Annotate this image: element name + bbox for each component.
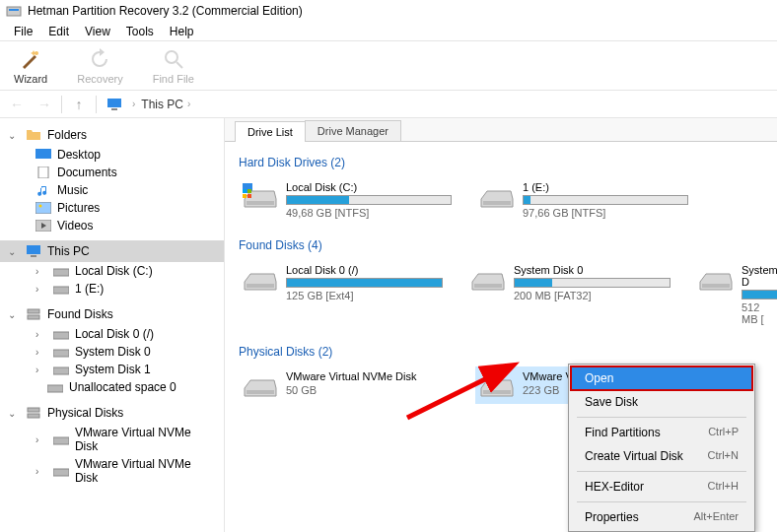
section-physical-disks: Physical Disks (2) — [239, 345, 763, 359]
nav-back-button[interactable]: ← — [6, 94, 28, 115]
nav-forward-button[interactable]: → — [34, 94, 55, 115]
svg-rect-33 — [483, 201, 511, 205]
context-menu-shortcut: Ctrl+H — [708, 480, 739, 494]
svg-rect-38 — [483, 390, 511, 394]
search-icon — [162, 47, 185, 71]
tree-item-physical-1[interactable]: ›VMware Virtual NVMe Disk — [28, 455, 224, 487]
drive-icon — [53, 283, 69, 295]
tree-item-documents[interactable]: Documents — [28, 164, 224, 181]
tree-physical-disks[interactable]: ⌄ Physical Disks — [0, 402, 224, 424]
tree-item-pictures[interactable]: Pictures — [28, 199, 224, 217]
context-menu-label: Properties — [585, 510, 639, 524]
tree-item-found-1[interactable]: ›System Disk 0 — [28, 343, 224, 361]
context-menu-item[interactable]: Open — [571, 366, 752, 390]
monitor-icon — [106, 97, 122, 112]
nav-bar: ← → ↑ › This PC › — [0, 91, 777, 118]
drive-card[interactable]: VMware Virtual NVMe Disk 50 GB — [239, 366, 456, 404]
context-menu-separator — [577, 417, 746, 418]
usage-bar — [286, 278, 443, 288]
sidebar: ⌄ Folders Desktop Documents Music Pictur… — [0, 118, 225, 532]
svg-rect-8 — [38, 166, 48, 178]
tree-item-local-disk-c[interactable]: ›Local Disk (C:) — [28, 262, 224, 280]
tree-item-desktop[interactable]: Desktop — [28, 146, 224, 164]
svg-rect-25 — [53, 469, 69, 476]
drive-icon — [53, 364, 69, 375]
tree-item-music[interactable]: Music — [28, 181, 224, 199]
svg-rect-28 — [247, 201, 274, 205]
tab-drive-list[interactable]: Drive List — [235, 121, 306, 142]
tree-item-physical-0[interactable]: ›VMware Virtual NVMe Disk — [28, 424, 224, 455]
document-icon — [35, 166, 51, 178]
tree-item-found-0[interactable]: ›Local Disk 0 (/) — [28, 325, 224, 343]
drive-subtitle: 200 MB [FAT32] — [514, 290, 671, 301]
tree-found-disks[interactable]: ⌄ Found Disks — [0, 303, 224, 325]
drive-list-view: Hard Disk Drives (2) Local Disk (C:) 49,… — [225, 142, 777, 532]
nav-up-button[interactable]: ↑ — [68, 94, 90, 115]
section-hard-disks: Hard Disk Drives (2) — [239, 156, 763, 169]
tree-item-found-2[interactable]: ›System Disk 1 — [28, 361, 224, 378]
svg-rect-34 — [247, 284, 274, 288]
context-menu-shortcut: Ctrl+P — [708, 426, 739, 439]
disk-icon — [470, 266, 506, 294]
svg-line-4 — [177, 62, 182, 68]
breadcrumb-chevron[interactable]: › — [132, 99, 135, 109]
tree-this-pc[interactable]: ⌄ This PC — [0, 240, 224, 262]
recovery-icon — [88, 47, 111, 71]
drive-card[interactable]: System D 512 MB [ — [694, 260, 763, 329]
drive-subtitle: 50 GB — [286, 384, 452, 396]
tab-strip: Drive List Drive Manager — [225, 118, 777, 142]
usage-bar — [742, 290, 777, 299]
menu-tools[interactable]: Tools — [118, 23, 162, 40]
tree-item-videos[interactable]: Videos — [28, 217, 224, 234]
context-menu-item[interactable]: PropertiesAlt+Enter — [571, 505, 752, 529]
drive-name: Local Disk (C:) — [286, 181, 452, 193]
disk-icon — [243, 266, 278, 294]
drive-stack-icon — [26, 306, 41, 322]
recovery-button: Recovery — [71, 45, 128, 87]
folder-icon — [26, 127, 41, 143]
wizard-button[interactable]: Wizard — [8, 45, 53, 87]
svg-rect-37 — [247, 390, 274, 394]
context-menu-item[interactable]: Save Disk — [571, 390, 752, 414]
svg-point-3 — [166, 51, 177, 63]
svg-rect-35 — [474, 284, 502, 288]
music-icon — [35, 184, 51, 196]
title-bar: Hetman Partition Recovery 3.2 (Commercia… — [0, 0, 777, 22]
tree-item-found-3[interactable]: Unallocated space 0 — [28, 378, 224, 396]
tab-drive-manager[interactable]: Drive Manager — [305, 120, 401, 141]
tree-item-drive-e[interactable]: ›1 (E:) — [28, 280, 224, 298]
breadcrumb: This PC › — [141, 98, 190, 111]
menu-help[interactable]: Help — [162, 23, 202, 40]
tree-folders[interactable]: ⌄ Folders — [0, 124, 224, 146]
drive-card[interactable]: Local Disk 0 (/) 125 GB [Ext4] — [239, 260, 447, 329]
disk-icon — [243, 372, 278, 400]
drive-name: Local Disk 0 (/) — [286, 264, 443, 276]
svg-rect-15 — [53, 287, 69, 294]
menu-edit[interactable]: Edit — [40, 23, 77, 40]
section-found-disks: Found Disks (4) — [239, 238, 763, 252]
svg-rect-13 — [31, 255, 36, 257]
svg-point-10 — [39, 205, 42, 208]
usage-bar — [286, 195, 452, 205]
monitor-icon — [26, 243, 41, 259]
collapse-icon: ⌄ — [8, 130, 20, 141]
wand-icon — [19, 47, 42, 71]
drive-card[interactable]: Local Disk (C:) 49,68 GB [NTFS] — [239, 177, 456, 223]
context-menu-label: Save Disk — [585, 395, 638, 409]
drive-card[interactable]: 1 (E:) 97,66 GB [NTFS] — [475, 177, 692, 223]
breadcrumb-root[interactable]: This PC — [141, 98, 183, 111]
drive-card[interactable]: System Disk 0 200 MB [FAT32] — [466, 260, 674, 329]
drive-icon — [53, 433, 69, 445]
context-menu-item[interactable]: Find PartitionsCtrl+P — [571, 421, 752, 444]
svg-rect-18 — [53, 332, 69, 339]
drive-name: 1 (E:) — [523, 181, 688, 193]
drive-subtitle: 512 MB [ — [742, 301, 777, 325]
menu-view[interactable]: View — [77, 23, 118, 40]
drive-subtitle: 125 GB [Ext4] — [286, 290, 443, 301]
context-menu-label: HEX-Editor — [585, 480, 644, 494]
context-menu-item[interactable]: HEX-EditorCtrl+H — [571, 475, 752, 499]
menu-file[interactable]: File — [6, 23, 40, 40]
context-menu-shortcut: Alt+Enter — [693, 510, 739, 524]
svg-rect-5 — [107, 99, 121, 107]
context-menu-item[interactable]: Create Virtual DiskCtrl+N — [571, 444, 752, 468]
